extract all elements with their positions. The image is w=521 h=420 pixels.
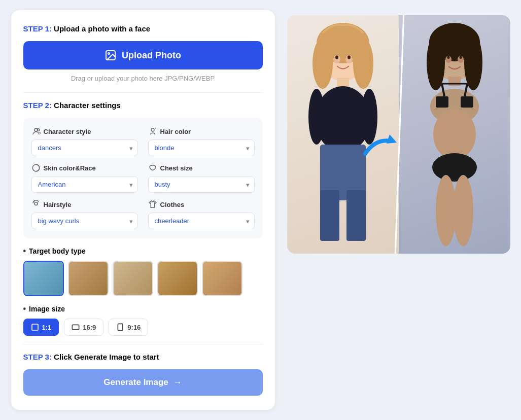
character-style-icon [31, 127, 41, 136]
svg-point-43 [447, 56, 449, 59]
clothes-select[interactable]: cheerleader casual formal sporty [148, 213, 255, 229]
svg-marker-25 [387, 134, 397, 144]
hair-color-icon [148, 127, 157, 136]
body-type-section: Target body type [23, 247, 263, 296]
hairstyle-group: Hairstyle big wavy curls straight curly … [31, 200, 138, 229]
character-style-select[interactable]: dancers model athlete casual [31, 139, 138, 156]
hairstyle-select-wrapper: big wavy curls straight curly short [31, 213, 138, 229]
hair-color-select-wrapper: blonde brunette black red [148, 139, 255, 156]
size-btn-9-16[interactable]: 9:16 [109, 319, 148, 336]
skin-race-label: Skin color&Race [31, 163, 138, 172]
svg-point-44 [459, 56, 462, 59]
square-icon [31, 323, 39, 331]
right-panel [287, 15, 510, 254]
body-thumb-3[interactable] [113, 261, 153, 296]
upload-icon [105, 49, 117, 61]
clothes-label: Clothes [148, 200, 255, 209]
step1-label: STEP 1: Upload a photo with a face [23, 24, 263, 33]
svg-point-3 [37, 129, 40, 131]
hair-color-select[interactable]: blonde brunette black red [148, 139, 255, 156]
clothes-icon [148, 200, 157, 209]
skin-race-icon [31, 163, 41, 172]
svg-rect-19 [320, 190, 339, 241]
preview-container [287, 15, 510, 254]
svg-point-13 [353, 38, 373, 89]
image-size-options: 1:1 16:9 9:16 [23, 319, 263, 336]
body-thumb-5[interactable] [202, 261, 242, 296]
svg-rect-8 [73, 325, 79, 329]
chest-size-select-wrapper: busty slim average plus [148, 176, 255, 193]
image-size-label: Image size [23, 304, 263, 313]
body-thumb-1[interactable] [23, 261, 64, 296]
svg-point-40 [453, 175, 473, 246]
body-type-label: Target body type [23, 247, 263, 256]
landscape-icon [72, 323, 80, 331]
body-thumb-2[interactable] [68, 261, 109, 296]
left-panel: STEP 1: Upload a photo with a face Uploa… [11, 10, 275, 410]
character-settings: Character style dancers model athlete ca… [23, 118, 263, 238]
image-size-section: Image size 1:1 16:9 9:16 [23, 304, 263, 336]
hairstyle-label: Hairstyle [31, 200, 138, 209]
size-btn-16-9[interactable]: 16:9 [64, 319, 103, 336]
upload-photo-button[interactable]: Upload Photo [23, 41, 263, 69]
svg-point-12 [312, 38, 333, 89]
svg-point-6 [34, 202, 38, 205]
svg-point-23 [335, 56, 338, 59]
skin-race-select[interactable]: American Asian European African [31, 176, 138, 193]
hairstyle-select[interactable]: big wavy curls straight curly short [31, 213, 138, 229]
generate-image-button[interactable]: Generate Image → [23, 369, 263, 396]
svg-point-38 [432, 153, 477, 182]
chest-size-group: Chest size busty slim average plus [148, 163, 255, 193]
step3-label: STEP 3: Click Generate Image to start [23, 353, 263, 361]
character-style-select-wrapper: dancers model athlete casual [31, 139, 138, 156]
svg-point-28 [427, 34, 445, 90]
after-image [406, 18, 503, 251]
hair-color-label: Hair color [148, 127, 255, 136]
svg-rect-32 [436, 96, 448, 108]
svg-point-37 [433, 109, 476, 160]
character-style-label: Character style [31, 127, 138, 136]
body-type-grid [23, 261, 263, 296]
character-style-group: Character style dancers model athlete ca… [31, 127, 138, 156]
svg-point-24 [348, 56, 351, 59]
svg-rect-7 [32, 324, 38, 330]
svg-point-4 [151, 128, 154, 131]
clothes-group: Clothes cheerleader casual formal sporty [148, 200, 255, 229]
upload-hint: Drag or upload your photo here JPG/PNG/W… [23, 75, 263, 82]
skin-race-group: Skin color&Race American Asian European … [31, 163, 138, 193]
svg-point-29 [464, 34, 482, 90]
chest-size-label: Chest size [148, 163, 255, 172]
clothes-select-wrapper: cheerleader casual formal sporty [148, 213, 255, 229]
size-btn-1-1[interactable]: 1:1 [23, 319, 59, 336]
svg-rect-9 [118, 324, 123, 330]
svg-rect-20 [346, 190, 366, 241]
svg-point-16 [308, 89, 325, 145]
svg-point-1 [108, 53, 110, 54]
arrow-icon [360, 128, 401, 159]
svg-rect-33 [461, 96, 473, 108]
hairstyle-icon [31, 200, 41, 209]
chest-size-icon [148, 163, 157, 172]
chest-size-select[interactable]: busty slim average plus [148, 176, 255, 193]
transform-arrow [360, 128, 401, 165]
portrait-icon [116, 323, 124, 331]
step2-label: STEP 2: Character settings [23, 101, 263, 110]
preview-after [399, 15, 510, 254]
skin-race-select-wrapper: American Asian European African [31, 176, 138, 193]
settings-grid: Character style dancers model athlete ca… [31, 127, 255, 229]
body-thumb-4[interactable] [157, 261, 198, 296]
hair-color-group: Hair color blonde brunette black red [148, 127, 255, 156]
